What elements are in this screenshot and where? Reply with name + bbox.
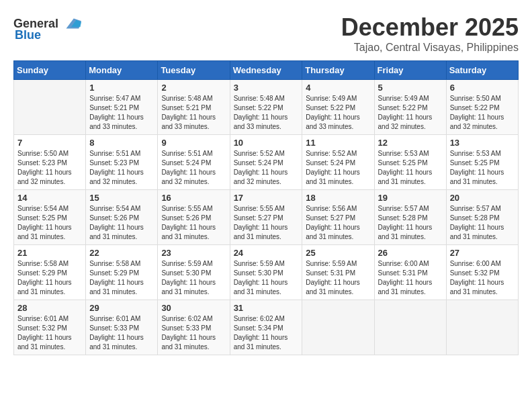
day-info: Sunrise: 5:57 AM Sunset: 5:28 PM Dayligh… <box>378 204 443 242</box>
day-number: 14 <box>17 193 82 203</box>
calendar-cell: 5Sunrise: 5:49 AM Sunset: 5:22 PM Daylig… <box>374 80 446 135</box>
day-number: 9 <box>161 138 226 148</box>
day-info: Sunrise: 5:52 AM Sunset: 5:24 PM Dayligh… <box>234 149 299 187</box>
day-number: 30 <box>161 303 226 313</box>
day-info: Sunrise: 5:59 AM Sunset: 5:31 PM Dayligh… <box>306 259 370 297</box>
day-info: Sunrise: 6:02 AM Sunset: 5:33 PM Dayligh… <box>161 314 226 352</box>
calendar-week-row: 7Sunrise: 5:50 AM Sunset: 5:23 PM Daylig… <box>14 135 519 190</box>
day-info: Sunrise: 5:48 AM Sunset: 5:22 PM Dayligh… <box>234 94 299 132</box>
calendar-cell: 19Sunrise: 5:57 AM Sunset: 5:28 PM Dayli… <box>374 190 446 245</box>
day-number: 11 <box>306 138 370 148</box>
day-number: 7 <box>17 138 82 148</box>
day-number: 26 <box>378 248 443 258</box>
calendar-cell: 9Sunrise: 5:51 AM Sunset: 5:24 PM Daylig… <box>158 135 230 190</box>
day-info: Sunrise: 5:50 AM Sunset: 5:22 PM Dayligh… <box>450 94 515 132</box>
day-number: 16 <box>161 193 226 203</box>
calendar-cell: 29Sunrise: 6:01 AM Sunset: 5:33 PM Dayli… <box>86 300 158 355</box>
logo: General Blue <box>13 13 81 42</box>
day-info: Sunrise: 6:00 AM Sunset: 5:32 PM Dayligh… <box>450 259 515 297</box>
day-number: 2 <box>161 83 226 93</box>
calendar-cell: 12Sunrise: 5:53 AM Sunset: 5:25 PM Dayli… <box>374 135 446 190</box>
calendar-cell: 21Sunrise: 5:58 AM Sunset: 5:29 PM Dayli… <box>14 245 86 300</box>
day-info: Sunrise: 5:53 AM Sunset: 5:25 PM Dayligh… <box>450 149 515 187</box>
day-number: 28 <box>17 303 82 313</box>
calendar-cell: 31Sunrise: 6:02 AM Sunset: 5:34 PM Dayli… <box>230 300 302 355</box>
calendar-cell: 3Sunrise: 5:48 AM Sunset: 5:22 PM Daylig… <box>230 80 302 135</box>
day-number: 27 <box>450 248 515 258</box>
calendar-cell: 4Sunrise: 5:49 AM Sunset: 5:22 PM Daylig… <box>302 80 374 135</box>
day-info: Sunrise: 5:51 AM Sunset: 5:23 PM Dayligh… <box>89 149 154 187</box>
day-info: Sunrise: 5:53 AM Sunset: 5:25 PM Dayligh… <box>378 149 443 187</box>
title-area: December 2025 Tajao, Central Visayas, Ph… <box>341 13 519 54</box>
day-number: 18 <box>306 193 370 203</box>
calendar-week-row: 14Sunrise: 5:54 AM Sunset: 5:25 PM Dayli… <box>14 190 519 245</box>
calendar-cell: 23Sunrise: 5:59 AM Sunset: 5:30 PM Dayli… <box>158 245 230 300</box>
calendar-cell: 14Sunrise: 5:54 AM Sunset: 5:25 PM Dayli… <box>14 190 86 245</box>
calendar-cell: 20Sunrise: 5:57 AM Sunset: 5:28 PM Dayli… <box>446 190 518 245</box>
day-info: Sunrise: 5:49 AM Sunset: 5:22 PM Dayligh… <box>378 94 443 132</box>
calendar-cell: 22Sunrise: 5:58 AM Sunset: 5:29 PM Dayli… <box>86 245 158 300</box>
calendar-week-row: 28Sunrise: 6:01 AM Sunset: 5:32 PM Dayli… <box>14 300 519 355</box>
weekday-header-monday: Monday <box>86 61 158 80</box>
day-info: Sunrise: 5:58 AM Sunset: 5:29 PM Dayligh… <box>17 259 82 297</box>
weekday-header-saturday: Saturday <box>446 61 518 80</box>
calendar-cell: 27Sunrise: 6:00 AM Sunset: 5:32 PM Dayli… <box>446 245 518 300</box>
weekday-header-row: SundayMondayTuesdayWednesdayThursdayFrid… <box>14 61 519 80</box>
logo-icon <box>61 13 81 34</box>
day-info: Sunrise: 5:49 AM Sunset: 5:22 PM Dayligh… <box>306 94 370 132</box>
day-number: 15 <box>89 193 154 203</box>
weekday-header-sunday: Sunday <box>14 61 86 80</box>
day-info: Sunrise: 5:50 AM Sunset: 5:23 PM Dayligh… <box>17 149 82 187</box>
day-number: 8 <box>89 138 154 148</box>
day-number: 5 <box>378 83 443 93</box>
calendar-cell: 8Sunrise: 5:51 AM Sunset: 5:23 PM Daylig… <box>86 135 158 190</box>
day-number: 1 <box>89 83 154 93</box>
day-number: 13 <box>450 138 515 148</box>
calendar-cell: 18Sunrise: 5:56 AM Sunset: 5:27 PM Dayli… <box>302 190 374 245</box>
day-info: Sunrise: 5:57 AM Sunset: 5:28 PM Dayligh… <box>450 204 515 242</box>
day-info: Sunrise: 5:55 AM Sunset: 5:27 PM Dayligh… <box>234 204 299 242</box>
logo-blue: Blue <box>15 28 41 42</box>
month-title: December 2025 <box>341 13 519 42</box>
day-info: Sunrise: 6:01 AM Sunset: 5:32 PM Dayligh… <box>17 314 82 352</box>
day-number: 22 <box>89 248 154 258</box>
day-number: 17 <box>234 193 299 203</box>
day-info: Sunrise: 5:47 AM Sunset: 5:21 PM Dayligh… <box>89 94 154 132</box>
day-number: 29 <box>89 303 154 313</box>
day-number: 25 <box>306 248 370 258</box>
day-number: 20 <box>450 193 515 203</box>
calendar-cell: 15Sunrise: 5:54 AM Sunset: 5:26 PM Dayli… <box>86 190 158 245</box>
day-number: 6 <box>450 83 515 93</box>
day-number: 21 <box>17 248 82 258</box>
calendar-cell: 10Sunrise: 5:52 AM Sunset: 5:24 PM Dayli… <box>230 135 302 190</box>
calendar-cell <box>14 80 86 135</box>
calendar-cell: 17Sunrise: 5:55 AM Sunset: 5:27 PM Dayli… <box>230 190 302 245</box>
calendar-cell: 26Sunrise: 6:00 AM Sunset: 5:31 PM Dayli… <box>374 245 446 300</box>
calendar-cell <box>374 300 446 355</box>
day-info: Sunrise: 5:55 AM Sunset: 5:26 PM Dayligh… <box>161 204 226 242</box>
day-number: 31 <box>234 303 299 313</box>
day-number: 12 <box>378 138 443 148</box>
day-info: Sunrise: 5:48 AM Sunset: 5:21 PM Dayligh… <box>161 94 226 132</box>
calendar-cell: 30Sunrise: 6:02 AM Sunset: 5:33 PM Dayli… <box>158 300 230 355</box>
weekday-header-tuesday: Tuesday <box>158 61 230 80</box>
day-number: 23 <box>161 248 226 258</box>
calendar-week-row: 21Sunrise: 5:58 AM Sunset: 5:29 PM Dayli… <box>14 245 519 300</box>
calendar-cell <box>446 300 518 355</box>
day-info: Sunrise: 5:58 AM Sunset: 5:29 PM Dayligh… <box>89 259 154 297</box>
day-info: Sunrise: 6:01 AM Sunset: 5:33 PM Dayligh… <box>89 314 154 352</box>
weekday-header-wednesday: Wednesday <box>230 61 302 80</box>
calendar-cell: 2Sunrise: 5:48 AM Sunset: 5:21 PM Daylig… <box>158 80 230 135</box>
calendar-cell: 24Sunrise: 5:59 AM Sunset: 5:30 PM Dayli… <box>230 245 302 300</box>
calendar-cell: 7Sunrise: 5:50 AM Sunset: 5:23 PM Daylig… <box>14 135 86 190</box>
day-number: 19 <box>378 193 443 203</box>
day-info: Sunrise: 5:52 AM Sunset: 5:24 PM Dayligh… <box>306 149 370 187</box>
day-number: 10 <box>234 138 299 148</box>
calendar-cell: 16Sunrise: 5:55 AM Sunset: 5:26 PM Dayli… <box>158 190 230 245</box>
calendar-table: SundayMondayTuesdayWednesdayThursdayFrid… <box>13 60 519 355</box>
day-number: 4 <box>306 83 370 93</box>
weekday-header-thursday: Thursday <box>302 61 374 80</box>
location-title: Tajao, Central Visayas, Philippines <box>341 42 519 54</box>
day-info: Sunrise: 5:54 AM Sunset: 5:26 PM Dayligh… <box>89 204 154 242</box>
header: General Blue December 2025 Tajao, Centra… <box>13 13 519 54</box>
